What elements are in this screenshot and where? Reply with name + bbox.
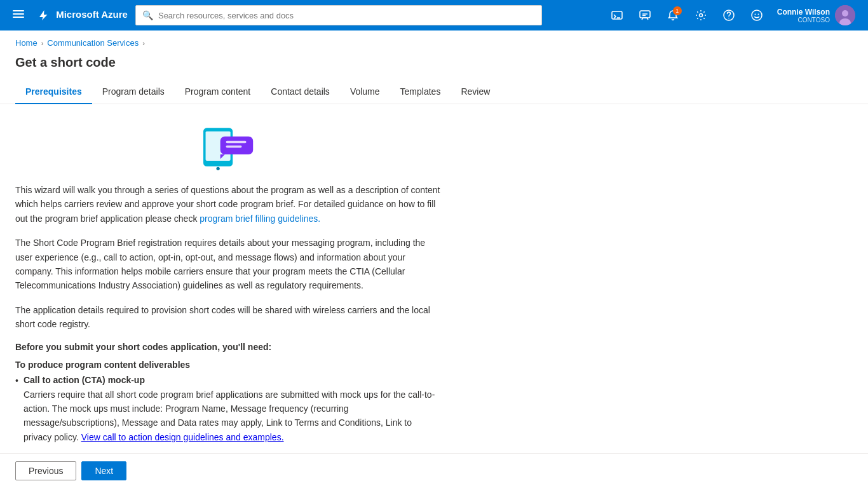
page-title: Get a short code <box>0 53 868 80</box>
breadcrumb-sep-2: › <box>142 39 145 47</box>
svg-rect-17 <box>220 137 254 154</box>
bullet-title-1: Call to action (CTA) mock-up <box>24 375 442 385</box>
bullet-text-1: Carriers require that all short code pro… <box>24 388 442 445</box>
hamburger-menu[interactable] <box>8 6 29 25</box>
notification-count: 1 <box>673 6 682 15</box>
svg-point-16 <box>216 167 219 170</box>
topnav-right-section: 1 Connie Wilson <box>604 3 860 28</box>
to-produce-heading: To produce program content deliverables <box>15 360 442 370</box>
illustration <box>15 119 442 170</box>
tabs-bar: Prerequisites Program details Program co… <box>0 80 868 104</box>
cta-guidelines-link[interactable]: View call to action design guidelines an… <box>81 432 284 442</box>
tab-program-content[interactable]: Program content <box>175 80 261 104</box>
smiley-button[interactable] <box>744 3 770 28</box>
svg-rect-0 <box>13 10 24 11</box>
bullet-dot-1: • <box>15 376 18 445</box>
search-bar[interactable]: 🔍 <box>135 5 542 25</box>
tab-prerequisites[interactable]: Prerequisites <box>15 80 92 104</box>
tab-contact-details[interactable]: Contact details <box>261 80 340 104</box>
breadcrumb-service[interactable]: Communication Services <box>47 38 139 48</box>
intro-paragraph-1: This wizard will walk you through a seri… <box>15 183 442 226</box>
cloud-shell-button[interactable] <box>604 3 630 28</box>
svg-point-10 <box>757 14 759 15</box>
svg-rect-2 <box>13 17 24 18</box>
main-content: This wizard will walk you through a seri… <box>0 104 458 488</box>
breadcrumb-sep-1: › <box>41 39 44 47</box>
notifications-button[interactable]: 1 <box>660 3 686 28</box>
search-icon: 🔍 <box>142 10 153 20</box>
svg-point-12 <box>842 10 848 17</box>
svg-rect-18 <box>226 141 247 144</box>
bullet-content-1: Call to action (CTA) mock-up Carriers re… <box>24 375 442 445</box>
topnav: Microsoft Azure 🔍 1 <box>0 0 868 30</box>
svg-point-5 <box>699 14 702 17</box>
svg-rect-1 <box>13 13 24 15</box>
before-heading: Before you submit your short codes appli… <box>15 342 442 352</box>
help-button[interactable] <box>716 3 742 28</box>
svg-point-9 <box>754 14 756 15</box>
search-input[interactable] <box>158 11 535 20</box>
tab-review[interactable]: Review <box>451 80 500 104</box>
tab-volume[interactable]: Volume <box>340 80 390 104</box>
svg-point-8 <box>752 10 762 20</box>
user-info: Connie Wilson CONTOSO <box>777 8 830 24</box>
svg-point-7 <box>728 18 729 19</box>
intro-paragraph-3: The application details required to prov… <box>15 303 442 332</box>
page-container: Home › Communication Services › Get a sh… <box>0 30 868 488</box>
svg-rect-19 <box>226 146 242 148</box>
user-avatar <box>835 5 855 25</box>
tab-program-details[interactable]: Program details <box>92 80 175 104</box>
breadcrumb: Home › Communication Services › <box>0 30 868 53</box>
user-menu[interactable]: Connie Wilson CONTOSO <box>772 3 860 28</box>
previous-button[interactable]: Previous <box>15 461 76 480</box>
settings-button[interactable] <box>688 3 714 28</box>
list-item: • Call to action (CTA) mock-up Carriers … <box>15 375 442 445</box>
azure-logo: Microsoft Azure <box>37 9 128 22</box>
user-name: Connie Wilson <box>777 8 830 17</box>
breadcrumb-home[interactable]: Home <box>15 38 37 48</box>
intro-paragraph-2: The Short Code Program Brief registratio… <box>15 236 442 293</box>
program-brief-link[interactable]: program brief filling guidelines. <box>200 214 320 224</box>
user-org: CONTOSO <box>777 17 830 24</box>
next-button[interactable]: Next <box>81 461 126 480</box>
bottom-nav: Previous Next <box>0 453 868 488</box>
feedback-button[interactable] <box>632 3 658 28</box>
tab-templates[interactable]: Templates <box>390 80 451 104</box>
